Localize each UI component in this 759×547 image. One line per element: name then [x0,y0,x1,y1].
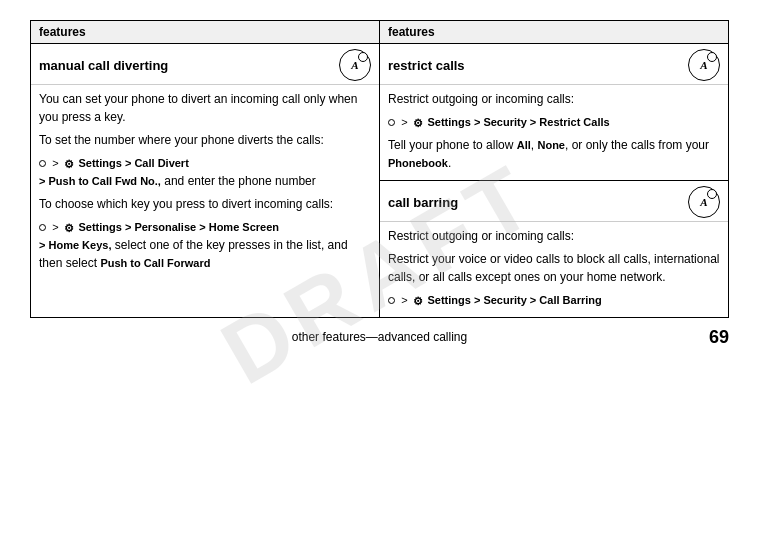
call-barring-section: call barring A Restrict outgoing or inco… [380,181,728,317]
para2: To set the number where your phone diver… [39,131,371,149]
bullet-dot2 [39,224,46,231]
call-barring-title: call barring [388,195,458,210]
right-column: features restrict calls A Restrict outgo… [380,21,728,317]
bullet-dot3 [388,119,395,126]
manual-call-diverting-title: manual call diverting [39,58,168,73]
right-column-header: features [380,21,728,44]
footer-row: other features—advanced calling 69 [30,330,729,344]
para5: > ⚙ Settings > Personalise > Home Screen… [39,218,371,272]
restrict-intro: Restrict outgoing or incoming calls: [388,90,720,108]
call-barring-body: Restrict outgoing or incoming calls: Res… [380,222,728,317]
para1: You can set your phone to divert an inco… [39,90,371,126]
restrict-after: Tell your phone to allow All, None, or o… [388,136,720,172]
page-number: 69 [709,327,729,348]
bullet-dot4 [388,297,395,304]
settings-icon: ⚙ [64,156,74,173]
page-wrapper: features manual call diverting A You can… [0,0,759,547]
restrict-calls-title: restrict calls [388,58,465,73]
restrict-calls-header: restrict calls A [380,44,728,85]
para3: > ⚙ Settings > Call Divert> Push to Call… [39,154,371,190]
manual-call-diverting-body: You can set your phone to divert an inco… [31,85,379,280]
accessibility-icon: A [339,49,371,81]
bullet-dot [39,160,46,167]
left-column-header: features [31,21,379,44]
call-barring-header: call barring A [380,181,728,222]
accessibility-icon-barring: A [688,186,720,218]
restrict-path: > ⚙ Settings > Security > Restrict Calls [388,113,720,131]
left-column: features manual call diverting A You can… [31,21,380,317]
restrict-calls-body: Restrict outgoing or incoming calls: > ⚙… [380,85,728,180]
accessibility-icon-right: A [688,49,720,81]
manual-call-diverting-header: manual call diverting A [31,44,379,85]
settings-icon2: ⚙ [64,220,74,237]
two-column-layout: features manual call diverting A You can… [30,20,729,318]
restrict-calls-section: restrict calls A Restrict outgoing or in… [380,44,728,181]
footer-text: other features—advanced calling [292,330,467,344]
barring-text: Restrict your voice or video calls to bl… [388,250,720,286]
barring-path: > ⚙ Settings > Security > Call Barring [388,291,720,309]
barring-intro: Restrict outgoing or incoming calls: [388,227,720,245]
settings-icon4: ⚙ [413,293,423,310]
settings-icon3: ⚙ [413,115,423,132]
manual-call-diverting-section: manual call diverting A You can set your… [31,44,379,280]
para4: To choose which key you press to divert … [39,195,371,213]
